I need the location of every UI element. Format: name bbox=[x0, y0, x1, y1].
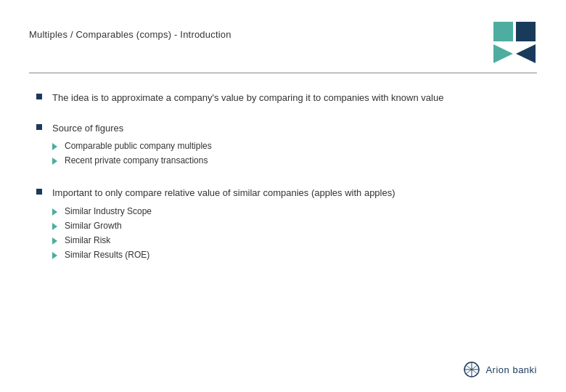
main-content: The idea is to approximate a company's v… bbox=[29, 91, 537, 264]
page-container: Multiples / Comparables (comps) - Introd… bbox=[0, 0, 566, 392]
bullet-item-3: Important to only compare relative value… bbox=[36, 186, 537, 264]
bullet-item-2: Source of figures Comparable public comp… bbox=[36, 121, 537, 171]
bullet-square-icon bbox=[36, 94, 42, 99]
sub-bullet-text: Similar Industry Scope bbox=[65, 206, 152, 216]
header-divider bbox=[29, 73, 537, 73]
sub-arrow-icon bbox=[52, 208, 57, 216]
sub-arrow-icon bbox=[52, 223, 57, 230]
logo-container bbox=[493, 22, 537, 65]
footer: Arion banki bbox=[464, 362, 537, 377]
svg-marker-2 bbox=[493, 44, 513, 63]
sub-bullets-3: Similar Industry Scope Similar Growth Si… bbox=[52, 206, 395, 260]
sub-bullet-item: Similar Growth bbox=[52, 221, 395, 231]
sub-arrow-icon bbox=[52, 252, 57, 259]
sub-bullet-item: Similar Risk bbox=[52, 235, 395, 245]
sub-bullet-item: Similar Industry Scope bbox=[52, 206, 395, 216]
page-title: Multiples / Comparables (comps) - Introd… bbox=[29, 22, 231, 40]
sub-arrow-icon bbox=[52, 158, 57, 165]
bullet-item-1: The idea is to approximate a company's v… bbox=[36, 91, 537, 105]
sub-bullet-text: Recent private company transactions bbox=[65, 155, 208, 166]
sub-bullet-item: Comparable public company multiples bbox=[52, 141, 212, 151]
sub-bullets-2: Comparable public company multiples Rece… bbox=[52, 141, 212, 166]
bullet-text-3: Important to only compare relative value… bbox=[52, 186, 395, 200]
header: Multiples / Comparables (comps) - Introd… bbox=[29, 22, 537, 65]
svg-rect-0 bbox=[493, 22, 513, 41]
sub-arrow-icon bbox=[52, 237, 57, 245]
sub-arrow-icon bbox=[52, 143, 57, 150]
sub-bullet-item: Recent private company transactions bbox=[52, 155, 212, 166]
svg-rect-1 bbox=[516, 22, 536, 41]
bullet-text-1: The idea is to approximate a company's v… bbox=[52, 91, 443, 105]
footer-brand-text: Arion banki bbox=[485, 364, 537, 375]
sub-bullet-text: Similar Risk bbox=[65, 235, 110, 245]
bullet-square-icon bbox=[36, 189, 42, 195]
sub-bullet-text: Comparable public company multiples bbox=[65, 141, 212, 151]
bullet-square-icon bbox=[36, 124, 42, 130]
bullet-text-2: Source of figures bbox=[52, 121, 212, 136]
sub-bullet-text: Similar Results (ROE) bbox=[65, 250, 149, 260]
footer-logo-icon bbox=[464, 362, 480, 377]
sub-bullet-text: Similar Growth bbox=[65, 221, 122, 231]
sub-bullet-item: Similar Results (ROE) bbox=[52, 250, 395, 260]
svg-marker-3 bbox=[516, 44, 536, 63]
brand-logo bbox=[493, 22, 537, 65]
